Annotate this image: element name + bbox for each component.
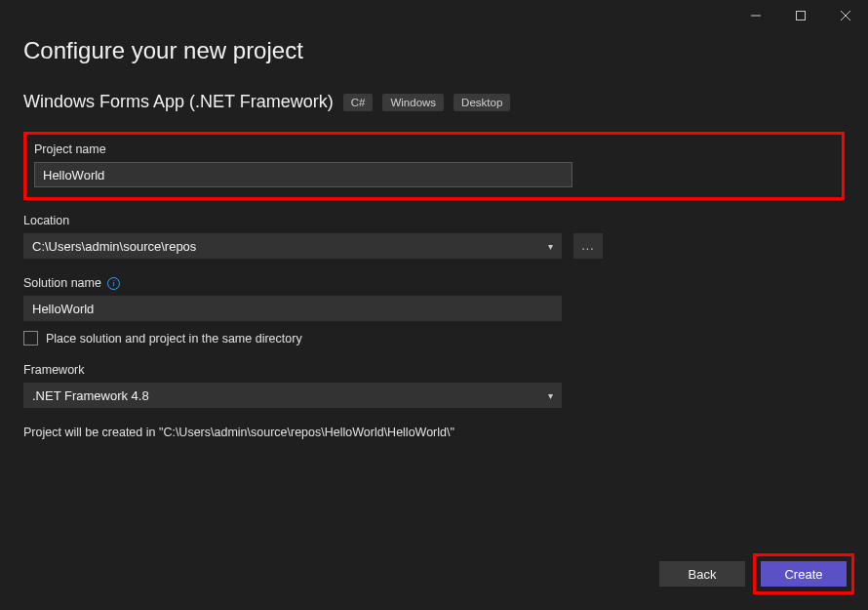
same-directory-label: Place solution and project in the same d…	[46, 332, 302, 346]
chevron-down-icon: ▾	[548, 241, 553, 252]
titlebar	[0, 0, 868, 31]
template-name: Windows Forms App (.NET Framework)	[23, 92, 334, 112]
project-name-highlight: Project name	[23, 132, 845, 200]
solution-name-label-text: Solution name	[23, 276, 101, 290]
project-name-input[interactable]	[34, 162, 572, 187]
dialog-content: Configure your new project Windows Forms…	[0, 31, 868, 463]
create-button-highlight: Create	[753, 553, 854, 594]
framework-label: Framework	[23, 363, 845, 377]
solution-name-label: Solution name i	[23, 276, 845, 290]
svg-rect-1	[797, 12, 806, 20]
back-button[interactable]: Back	[659, 561, 745, 587]
location-label: Location	[23, 214, 845, 227]
location-group: Location C:\Users\admin\source\repos ▾ .…	[23, 214, 845, 259]
location-dropdown[interactable]: C:\Users\admin\source\repos ▾	[23, 233, 562, 259]
template-tag: C#	[343, 94, 374, 111]
create-button[interactable]: Create	[761, 561, 847, 587]
browse-button[interactable]: ...	[573, 233, 603, 259]
page-title: Configure your new project	[23, 37, 845, 64]
template-row: Windows Forms App (.NET Framework) C# Wi…	[23, 92, 845, 112]
same-directory-checkbox[interactable]	[23, 331, 38, 346]
project-name-group: Project name	[34, 142, 834, 187]
minimize-button[interactable]	[733, 0, 778, 31]
template-tag: Windows	[382, 94, 444, 111]
close-button[interactable]	[823, 0, 868, 31]
framework-value: .NET Framework 4.8	[32, 388, 149, 403]
solution-name-input[interactable]	[23, 296, 562, 321]
framework-group: Framework .NET Framework 4.8 ▾	[23, 363, 845, 408]
project-name-label: Project name	[34, 142, 834, 156]
chevron-down-icon: ▾	[548, 390, 553, 401]
template-tag: Desktop	[454, 94, 510, 111]
maximize-button[interactable]	[778, 0, 823, 31]
dialog-footer: Back Create	[659, 553, 854, 594]
creation-summary: Project will be created in "C:\Users\adm…	[23, 426, 845, 439]
info-icon[interactable]: i	[107, 277, 120, 290]
location-value: C:\Users\admin\source\repos	[32, 239, 196, 254]
solution-name-group: Solution name i Place solution and proje…	[23, 276, 845, 346]
framework-dropdown[interactable]: .NET Framework 4.8 ▾	[23, 383, 562, 408]
